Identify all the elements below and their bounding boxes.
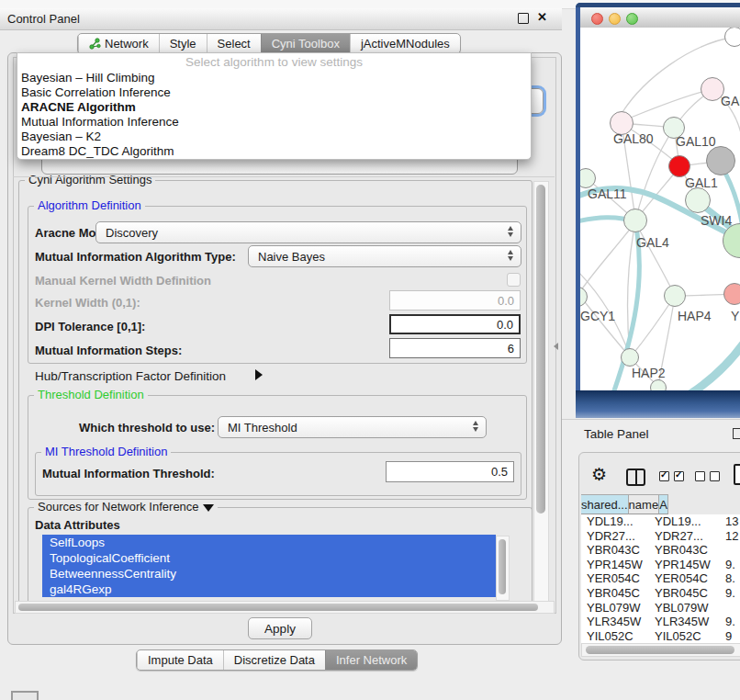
window-zoom-icon[interactable] [626, 13, 638, 25]
tab-label: Discretize Data [234, 653, 315, 667]
deselect-all-checks-icon[interactable] [695, 471, 720, 481]
cyni-bottom-tab[interactable]: Infer Network [325, 650, 417, 670]
network-node[interactable] [650, 379, 667, 390]
dpi-tolerance-field[interactable]: 0.0 [389, 314, 521, 334]
algorithm-popup-item[interactable]: Mutual Information Inference [17, 115, 531, 130]
mi-threshold-definition-title: MI Threshold Definition [41, 445, 171, 458]
network-node[interactable] [623, 209, 647, 232]
split-columns-icon[interactable] [626, 469, 645, 486]
network-node-label: GAL10 [676, 134, 716, 149]
splitpane-collapse-icon[interactable] [554, 343, 558, 350]
network-node-label: Y [731, 309, 739, 323]
page-icon[interactable] [734, 464, 740, 485]
algorithm-popup-item[interactable]: Dream8 DC_TDC Algorithm [17, 144, 531, 159]
kernel-width-value: 0.0 [498, 294, 514, 308]
table-panel-title: Table Panel [584, 427, 649, 441]
network-node[interactable] [668, 155, 690, 177]
table-panel-float-icon[interactable] [733, 428, 740, 439]
control-panel-tab[interactable]: Network [78, 34, 159, 53]
settings-horizontal-scrollbar[interactable] [15, 601, 555, 614]
mi-algorithm-type-combo[interactable]: Naive Bayes [248, 245, 521, 267]
network-node-label: GAL4 [636, 235, 669, 250]
hub-expander-label[interactable]: Hub/Transcription Factor Definition [35, 369, 226, 383]
threshold-definition-title: Threshold Definition [34, 388, 148, 401]
table-row[interactable]: YER054C YER054C 8. [581, 571, 740, 586]
table-row[interactable]: YBR043C YBR043C [581, 543, 740, 558]
network-node-layer: GALGAL80GAL10GAL1GAL11SWI4GAL4GCY1HAP4YH… [580, 28, 740, 390]
data-attributes-list[interactable]: SelfLoops TopologicalCoefficient Between… [42, 535, 496, 599]
network-node[interactable] [621, 348, 639, 367]
algorithm-popup-item[interactable]: Bayesian – K2 [17, 130, 531, 144]
algorithm-popup-item[interactable]: Basic Correlation Inference [17, 85, 531, 100]
dpi-tolerance-label: DPI Tolerance [0,1]: [35, 320, 145, 333]
network-node[interactable] [706, 146, 735, 175]
kernel-width-label: Kernel Width (0,1): [35, 296, 140, 310]
network-node[interactable] [580, 287, 588, 307]
network-node[interactable] [664, 285, 686, 307]
cyni-bottom-tab[interactable]: Impute Data [137, 650, 223, 670]
settings-vertical-scrollbar[interactable] [533, 181, 549, 604]
table-column-header[interactable]: name [629, 494, 660, 514]
table-column-header[interactable]: A [659, 494, 668, 514]
network-node[interactable] [724, 28, 740, 47]
table-row[interactable]: YIL052C YIL052C 9 [581, 629, 740, 644]
table-row[interactable]: YDR27... YDR27... 12 [581, 529, 740, 544]
network-node[interactable] [723, 283, 740, 305]
control-panel-tab[interactable]: Cyni Toolbox [261, 34, 350, 53]
aracne-mode-combo[interactable]: Discovery [95, 221, 521, 243]
table-row[interactable]: YPR145W YPR145W 9. [581, 558, 740, 572]
sources-group-title[interactable]: Sources for Network Inference [34, 500, 218, 514]
network-window-titlebar[interactable] [580, 7, 740, 28]
table-row[interactable]: YBR045C YBR045C 9. [581, 586, 740, 601]
manual-kernel-width-checkbox[interactable] [507, 273, 521, 287]
mi-threshold-field[interactable]: 0.5 [386, 461, 514, 482]
attribute-list-item[interactable]: BetweennessCentrality [42, 566, 496, 581]
network-node-label: GAL80 [613, 131, 654, 146]
window-minimize-icon[interactable] [609, 13, 621, 25]
table-row[interactable]: YDL19... YDL19... 13 [581, 514, 740, 529]
float-window-icon[interactable] [518, 13, 529, 24]
cyni-bottom-tab-bar: Impute Data Discretize Data Infer Networ… [136, 649, 418, 671]
occluded-group-border [13, 176, 555, 177]
network-node[interactable] [723, 223, 740, 258]
tab-label: Style [170, 37, 196, 51]
algorithm-popup-item[interactable]: Bayesian – Hill Climbing [17, 71, 531, 85]
attribute-list-item[interactable]: gal4RGexp [42, 581, 496, 597]
which-threshold-combo[interactable]: MI Threshold [218, 416, 487, 438]
control-panel-title: Control Panel [7, 12, 80, 26]
algorithm-popup-list: Bayesian – Hill Climbing Basic Correlati… [17, 71, 531, 159]
control-panel-titlebar: Control Panel ✕ [0, 8, 562, 30]
select-all-checks-icon[interactable] [659, 471, 684, 481]
network-canvas[interactable]: GALGAL80GAL10GAL1GAL11SWI4GAL4GCY1HAP4YH… [580, 28, 740, 390]
which-threshold-value: MI Threshold [228, 421, 297, 435]
network-node-label: SWI4 [701, 213, 732, 228]
gear-icon[interactable]: ⚙ [591, 464, 607, 485]
table-row[interactable]: YBL079W YBL079W [581, 601, 740, 615]
bottom-left-partial-icon[interactable] [11, 691, 39, 700]
control-panel-tab[interactable]: Style [159, 34, 207, 53]
apply-button[interactable]: Apply [248, 617, 312, 639]
network-node-label: GCY1 [580, 309, 615, 323]
control-panel-tab[interactable]: jActiveMNodules [350, 34, 460, 53]
algorithm-popup-item[interactable]: ARACNE Algorithm [17, 100, 531, 115]
mi-steps-field[interactable]: 6 [389, 338, 521, 358]
which-threshold-label: Which threshold to use: [79, 421, 215, 435]
attribute-list-item[interactable]: TopologicalCoefficient [42, 550, 496, 566]
window-close-icon[interactable] [591, 13, 603, 25]
attribute-list-item[interactable]: SelfLoops [42, 535, 496, 550]
network-node[interactable] [685, 187, 711, 213]
network-node[interactable] [580, 168, 596, 188]
control-panel-tab[interactable]: Select [207, 34, 261, 53]
cyni-bottom-tab[interactable]: Discretize Data [223, 650, 325, 670]
table-horizontal-scrollbar[interactable] [581, 643, 740, 657]
tab-label: Select [218, 37, 251, 51]
close-icon[interactable]: ✕ [537, 10, 547, 24]
kernel-width-field[interactable]: 0.0 [389, 290, 521, 310]
expander-right-arrow-icon[interactable] [255, 369, 263, 380]
table-row[interactable]: YLR345W YLR345W 9. [581, 615, 740, 629]
data-attributes-label: Data Attributes [35, 518, 120, 532]
network-node-label: HAP2 [632, 366, 666, 380]
algorithm-popup: Select algorithm to view settings Bayesi… [17, 52, 532, 160]
attributes-list-scrollbar[interactable] [496, 536, 510, 601]
table-column-header[interactable]: shared... [581, 494, 629, 514]
